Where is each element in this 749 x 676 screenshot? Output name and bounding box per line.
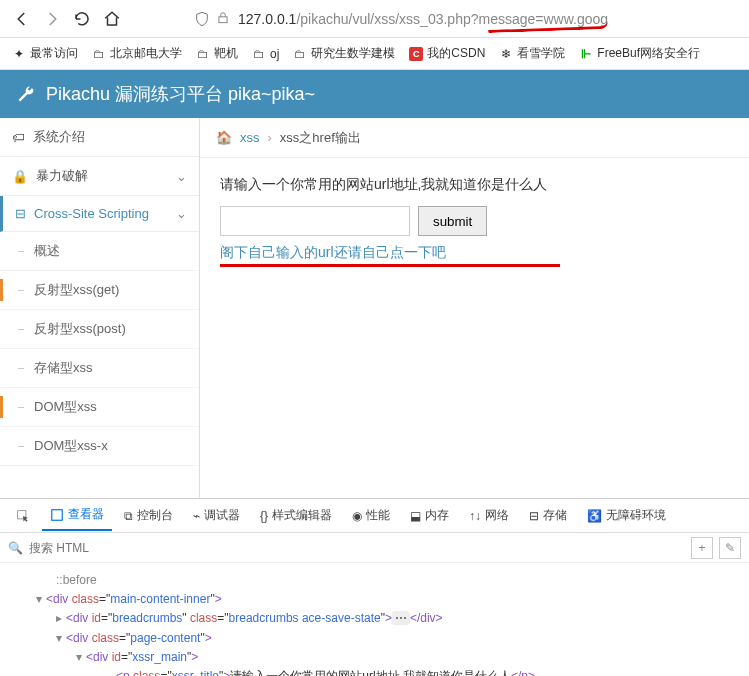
app-title: Pikachu 漏洞练习平台 pika~pika~ bbox=[46, 82, 315, 106]
back-button[interactable] bbox=[8, 5, 36, 33]
sidebar-sub-overview[interactable]: 概述 bbox=[0, 232, 199, 271]
bookmark-item[interactable]: ⊩FreeBuf网络安全行 bbox=[579, 45, 700, 62]
main-content: 🏠 xss › xss之href输出 请输入一个你常用的网站url地址,我就知道… bbox=[200, 118, 749, 498]
annotation-underline bbox=[220, 264, 560, 267]
chevron-down-icon: ⌄ bbox=[176, 206, 187, 221]
html-search-input[interactable] bbox=[29, 541, 685, 555]
sidebar: 🏷系统介绍 🔒暴力破解⌄ ⊟Cross-Site Scripting⌄ 概述 反… bbox=[0, 118, 200, 498]
tab-storage[interactable]: ⊟存储 bbox=[521, 501, 575, 530]
bookmark-item[interactable]: ❄看雪学院 bbox=[499, 45, 565, 62]
slider-icon: ⊟ bbox=[15, 206, 26, 221]
eyedropper-icon[interactable]: ✎ bbox=[719, 537, 741, 559]
devtools-tabs: 查看器 ⧉控制台 ⌁调试器 {}样式编辑器 ◉性能 ⬓内存 ↑↓网络 ⊟存储 ♿… bbox=[0, 499, 749, 533]
lock-icon bbox=[216, 11, 230, 25]
wrench-icon bbox=[16, 84, 36, 104]
bookmark-item[interactable]: C我的CSDN bbox=[409, 45, 485, 62]
sidebar-sub-xsspost[interactable]: 反射型xss(post) bbox=[0, 310, 199, 349]
home-icon[interactable]: 🏠 bbox=[216, 130, 232, 145]
bookmark-item[interactable]: 🗀北京邮电大学 bbox=[92, 45, 182, 62]
tab-network[interactable]: ↑↓网络 bbox=[461, 501, 517, 530]
prompt-text: 请输入一个你常用的网站url地址,我就知道你是什么人 bbox=[220, 176, 729, 194]
shield-icon bbox=[194, 11, 210, 27]
sidebar-item-intro[interactable]: 🏷系统介绍 bbox=[0, 118, 199, 157]
output-link[interactable]: 阁下自己输入的url还请自己点一下吧 bbox=[220, 244, 446, 260]
tab-debugger[interactable]: ⌁调试器 bbox=[185, 501, 248, 530]
breadcrumb-current: xss之href输出 bbox=[280, 129, 361, 147]
bookmark-mostvisited[interactable]: ✦最常访问 bbox=[12, 45, 78, 62]
tab-console[interactable]: ⧉控制台 bbox=[116, 501, 181, 530]
tab-inspector[interactable]: 查看器 bbox=[42, 500, 112, 531]
bookmark-item[interactable]: 🗀研究生数学建模 bbox=[293, 45, 395, 62]
sidebar-sub-stored[interactable]: 存储型xss bbox=[0, 349, 199, 388]
sidebar-sub-xssget[interactable]: 反射型xss(get) bbox=[0, 271, 199, 310]
chevron-right-icon: › bbox=[268, 130, 272, 145]
devtools-search: 🔍 + ✎ bbox=[0, 533, 749, 563]
tab-accessibility[interactable]: ♿无障碍环境 bbox=[579, 501, 674, 530]
inspector-picker-icon[interactable] bbox=[8, 503, 38, 529]
tab-styleeditor[interactable]: {}样式编辑器 bbox=[252, 501, 340, 530]
svg-rect-2 bbox=[52, 509, 63, 520]
tab-performance[interactable]: ◉性能 bbox=[344, 501, 398, 530]
sidebar-sub-domxss[interactable]: DOM型xss bbox=[0, 388, 199, 427]
bookmark-item[interactable]: 🗀oj bbox=[252, 47, 279, 61]
submit-button[interactable]: submit bbox=[418, 206, 487, 236]
search-icon: 🔍 bbox=[8, 541, 23, 555]
url-input[interactable] bbox=[220, 206, 410, 236]
sidebar-item-xss[interactable]: ⊟Cross-Site Scripting⌄ bbox=[0, 196, 199, 232]
forward-button[interactable] bbox=[38, 5, 66, 33]
tab-memory[interactable]: ⬓内存 bbox=[402, 501, 457, 530]
url-text: 127.0.0.1/pikachu/vul/xss/xss_03.php?mes… bbox=[238, 11, 608, 27]
lock-icon: 🔒 bbox=[12, 169, 28, 184]
breadcrumb-link[interactable]: xss bbox=[240, 130, 260, 145]
sidebar-item-bruteforce[interactable]: 🔒暴力破解⌄ bbox=[0, 157, 199, 196]
dom-tree[interactable]: ::before ▾<div class="main-content-inner… bbox=[0, 563, 749, 676]
app-header: Pikachu 漏洞练习平台 pika~pika~ bbox=[0, 70, 749, 118]
chevron-down-icon: ⌄ bbox=[176, 169, 187, 184]
bookmark-item[interactable]: 🗀靶机 bbox=[196, 45, 238, 62]
browser-toolbar: 127.0.0.1/pikachu/vul/xss/xss_03.php?mes… bbox=[0, 0, 749, 38]
svg-rect-0 bbox=[219, 16, 227, 22]
devtools: 查看器 ⧉控制台 ⌁调试器 {}样式编辑器 ◉性能 ⬓内存 ↑↓网络 ⊟存储 ♿… bbox=[0, 498, 749, 676]
breadcrumb: 🏠 xss › xss之href输出 bbox=[200, 118, 749, 158]
add-button[interactable]: + bbox=[691, 537, 713, 559]
reload-button[interactable] bbox=[68, 5, 96, 33]
sidebar-sub-domxssx[interactable]: DOM型xss-x bbox=[0, 427, 199, 466]
tag-icon: 🏷 bbox=[12, 130, 25, 145]
bookmarks-bar: ✦最常访问 🗀北京邮电大学 🗀靶机 🗀oj 🗀研究生数学建模 C我的CSDN ❄… bbox=[0, 38, 749, 70]
home-button[interactable] bbox=[98, 5, 126, 33]
url-bar[interactable]: 127.0.0.1/pikachu/vul/xss/xss_03.php?mes… bbox=[186, 4, 741, 34]
